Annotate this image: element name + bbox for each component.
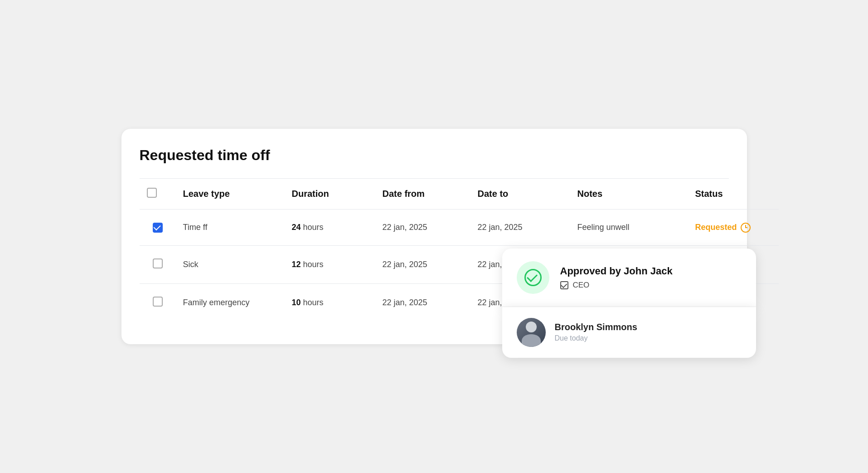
table-row: Time ff 24 hours 22 jan, 2025 22 jan, 20… [140, 210, 779, 246]
date-to-cell: 22 jan, 2025 [470, 210, 570, 246]
leave-type-cell: Sick [176, 245, 285, 283]
avatar [517, 318, 546, 347]
duration-value: 10 [292, 298, 301, 307]
clock-icon [741, 223, 751, 233]
person-info: Brooklyn Simmons Due today [555, 322, 637, 342]
col-notes: Notes [570, 179, 688, 210]
leave-type-cell: Time ff [176, 210, 285, 246]
status-cell: Requested [688, 210, 779, 246]
person-due: Due today [555, 334, 637, 342]
status-badge-requested: Requested [695, 223, 751, 233]
row-checkbox[interactable] [153, 223, 163, 233]
role-label: CEO [573, 281, 590, 290]
col-date-from: Date from [375, 179, 470, 210]
person-card: Brooklyn Simmons Due today [502, 307, 756, 358]
col-leave-type: Leave type [176, 179, 285, 210]
approved-title: Approved by John Jack [560, 265, 673, 277]
duration-cell: 24 hours [285, 210, 375, 246]
col-duration: Duration [285, 179, 375, 210]
date-from-cell: 22 jan, 2025 [375, 283, 470, 322]
row-checkbox[interactable] [153, 297, 163, 307]
row-checkbox-cell [140, 210, 176, 246]
date-from-cell: 22 jan, 2025 [375, 210, 470, 246]
green-circle-bg [517, 261, 549, 294]
select-all-checkbox[interactable] [147, 188, 157, 198]
page-title: Requested time off [140, 147, 729, 164]
row-checkbox-cell [140, 283, 176, 322]
col-checkbox [140, 179, 176, 210]
col-status: Status [688, 179, 779, 210]
duration-cell: 12 hours [285, 245, 375, 283]
duration-value: 12 [292, 260, 301, 269]
row-checkbox[interactable] [153, 258, 163, 268]
ceo-label: CEO [560, 281, 673, 290]
duration-cell: 10 hours [285, 283, 375, 322]
approved-card: Approved by John Jack CEO [502, 249, 756, 307]
floating-cards-container: Approved by John Jack CEO Brooklyn Simmo… [502, 249, 756, 358]
leave-type-cell: Family emergency [176, 283, 285, 322]
date-from-cell: 22 jan, 2025 [375, 245, 470, 283]
person-name: Brooklyn Simmons [555, 322, 637, 332]
check-circle-icon [524, 269, 542, 286]
duration-value: 24 [292, 223, 301, 232]
col-date-to: Date to [470, 179, 570, 210]
notes-cell: Feeling unwell [570, 210, 688, 246]
approved-text: Approved by John Jack CEO [560, 265, 673, 290]
ceo-checkbox-icon [560, 281, 568, 289]
avatar-person-icon [517, 318, 546, 347]
row-checkbox-cell [140, 245, 176, 283]
